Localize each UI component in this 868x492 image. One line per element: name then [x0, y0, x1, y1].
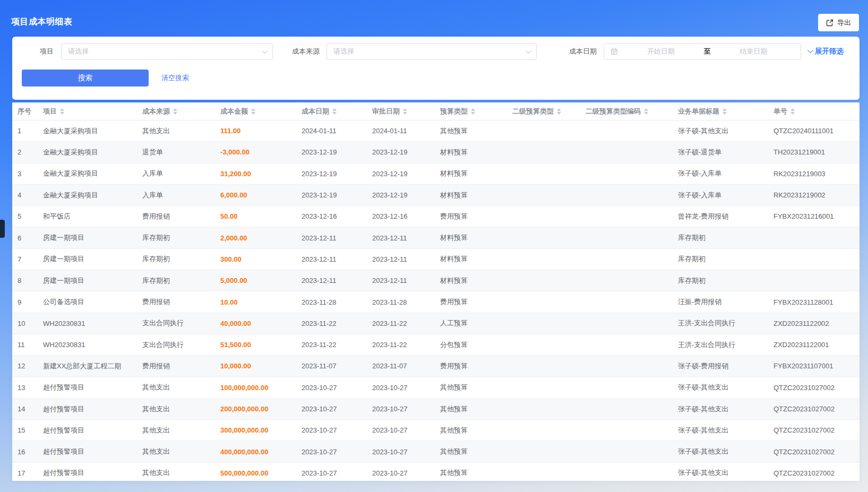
- export-button[interactable]: 导出: [818, 14, 859, 31]
- table-cell: 张子硕-其他支出: [678, 383, 774, 392]
- project-select[interactable]: 请选择: [61, 43, 273, 60]
- table-row[interactable]: 17超付预警项目其他支出500,000,000.002023-10-272023…: [12, 463, 860, 481]
- table-row[interactable]: 9公司备选项目费用报销10.002023-11-282023-11-28费用预算…: [12, 291, 860, 313]
- table-row[interactable]: 15超付预警项目其他支出300,000,000.002023-10-272023…: [12, 420, 860, 441]
- column-header-7[interactable]: 二级预算类型: [512, 107, 586, 116]
- table-row[interactable]: 13超付预警项目其他支出100,000,000.002023-10-272023…: [12, 377, 860, 399]
- table-row[interactable]: 1金融大厦采购项目其他支出111.002024-01-112024-01-11其…: [12, 120, 860, 142]
- table-cell: 入库单: [142, 169, 220, 178]
- table-row[interactable]: 16超付预警项目其他支出400,000,000.002023-10-272023…: [12, 441, 860, 462]
- table-row[interactable]: 5和平饭店费用报销50.002023-12-162023-12-16费用预算曾祥…: [12, 206, 860, 227]
- table-cell: 支出合同执行: [142, 340, 220, 350]
- column-header-4[interactable]: 成本日期: [302, 107, 372, 116]
- sort-icon[interactable]: [723, 108, 727, 115]
- column-header-label: 单号: [774, 107, 787, 116]
- table-cell: QTZC20240111001: [774, 127, 860, 135]
- table-cell: 2023-12-11: [302, 234, 372, 242]
- start-date-input[interactable]: 开始日期: [620, 47, 702, 56]
- table-cell: 张子硕-其他支出: [678, 426, 774, 435]
- sort-icon[interactable]: [332, 108, 337, 115]
- sort-icon[interactable]: [557, 108, 561, 115]
- project-filter-label: 项目: [25, 43, 54, 60]
- table-body: 1金融大厦采购项目其他支出111.002024-01-112024-01-11其…: [12, 120, 860, 481]
- sort-icon[interactable]: [471, 108, 475, 115]
- table-row[interactable]: 3金融大厦采购项目入库单31,200.002023-12-192023-12-1…: [12, 163, 860, 185]
- column-header-2[interactable]: 成本来源: [142, 107, 220, 116]
- cost-source-filter-label: 成本来源: [288, 43, 320, 60]
- table-cell: 2024-01-11: [302, 127, 372, 135]
- cost-source-select[interactable]: 请选择: [326, 43, 537, 60]
- table-cell: WH20230831: [43, 320, 142, 327]
- table-cell: 17: [12, 469, 43, 477]
- cost-amount-cell: 400,000,000.00: [220, 448, 302, 456]
- table-cell: 库存期初: [678, 276, 774, 286]
- table-cell: 2023-12-19: [372, 170, 440, 178]
- table-cell: 张子硕-入库单: [678, 191, 774, 200]
- table-cell: 材料预算: [440, 148, 512, 157]
- table-row[interactable]: 12新建XX总部大厦工程二期费用报销10,000.002023-11-07202…: [12, 356, 860, 377]
- table-cell: 材料预算: [440, 191, 512, 200]
- expand-filters-link[interactable]: 展开筛选: [807, 43, 844, 60]
- clear-search-link[interactable]: 清空搜索: [161, 70, 189, 87]
- table-cell: TH20231219001: [774, 148, 860, 156]
- table-cell: QTZC20231027002: [774, 384, 860, 392]
- table-cell: 5: [12, 212, 43, 220]
- table-cell: 分包预算: [440, 340, 512, 350]
- column-header-8[interactable]: 二级预算类型编码: [586, 107, 678, 116]
- table-cell: 2023-11-22: [372, 320, 440, 327]
- cost-date-range-picker[interactable]: 开始日期 至 结束日期: [604, 43, 801, 60]
- table-row[interactable]: 6房建一期项目库存期初2,000.002023-12-112023-12-11材…: [12, 227, 860, 248]
- table-cell: 张子硕-入库单: [678, 169, 774, 178]
- table-row[interactable]: 11WH20230831支出合同执行51,500.002023-11-22202…: [12, 334, 860, 356]
- cost-amount-cell: 5,000.00: [220, 277, 302, 284]
- table-cell: 张子硕-其他支出: [678, 468, 774, 478]
- column-header-5[interactable]: 审批日期: [372, 107, 440, 116]
- filter-panel: 项目 请选择 成本来源 请选择 成本日期 开始日期 至 结束日期 展开筛选 搜索…: [12, 37, 860, 100]
- table-row[interactable]: 10WH20230831支出合同执行40,000.002023-11-22202…: [12, 313, 860, 334]
- column-header-1[interactable]: 项目: [43, 107, 142, 116]
- column-header-0: 序号: [12, 107, 43, 116]
- sort-icon[interactable]: [60, 108, 64, 115]
- table-cell: 2023-11-22: [372, 341, 440, 349]
- search-button[interactable]: 搜索: [22, 70, 149, 87]
- table-row[interactable]: 4金融大厦采购项目入库单6,000.002023-12-192023-12-19…: [12, 185, 860, 206]
- cost-amount-cell: 300,000,000.00: [220, 426, 302, 434]
- table-cell: 其他预算: [440, 404, 512, 414]
- table-cell: 超付预警项目: [43, 426, 142, 435]
- table-row[interactable]: 7房建一期项目库存期初300.002023-12-112023-12-11材料预…: [12, 249, 860, 270]
- table-cell: 2024-01-11: [372, 127, 440, 135]
- column-header-3[interactable]: 成本金额: [220, 107, 302, 116]
- sort-icon[interactable]: [173, 108, 177, 115]
- column-header-label: 成本来源: [142, 107, 170, 116]
- cost-amount-cell: 10,000.00: [220, 362, 302, 370]
- table-cell: 其他支出: [142, 404, 220, 414]
- table-cell: 2023-12-16: [302, 212, 372, 220]
- table-cell: 超付预警项目: [43, 404, 142, 414]
- table-cell: 房建一期项目: [43, 276, 142, 286]
- column-header-label: 二级预算类型编码: [586, 107, 641, 116]
- table-row[interactable]: 14超付预警项目其他支出200,000,000.002023-10-272023…: [12, 399, 860, 420]
- table-cell: 其他预算: [440, 426, 512, 435]
- table-row[interactable]: 2金融大厦采购项目退货单-3,000.002023-12-192023-12-1…: [12, 142, 860, 163]
- table-cell: 2023-10-27: [302, 405, 372, 413]
- table-cell: 库存期初: [142, 254, 220, 264]
- table-cell: 张子硕-费用报销: [678, 361, 774, 371]
- sort-icon[interactable]: [251, 108, 255, 115]
- table-cell: 人工预算: [440, 318, 512, 328]
- table-row[interactable]: 8房建一期项目库存期初5,000.002023-12-112023-12-11材…: [12, 270, 860, 291]
- cost-amount-cell: 300.00: [220, 255, 302, 263]
- column-header-10[interactable]: 单号: [774, 107, 860, 116]
- sort-icon[interactable]: [403, 108, 407, 115]
- side-drawer-handle[interactable]: [0, 220, 5, 238]
- cost-amount-cell: 200,000,000.00: [220, 405, 302, 413]
- column-header-label: 预算类型: [440, 107, 468, 116]
- sort-icon[interactable]: [644, 108, 648, 115]
- table-cell: 其他预算: [440, 383, 512, 392]
- column-header-9[interactable]: 业务单据标题: [678, 107, 774, 116]
- cost-amount-cell: 6,000.00: [220, 191, 302, 199]
- end-date-input[interactable]: 结束日期: [713, 47, 795, 56]
- date-range-separator: 至: [702, 47, 713, 56]
- sort-icon[interactable]: [790, 108, 795, 115]
- table-cell: 费用报销: [142, 361, 220, 371]
- column-header-6[interactable]: 预算类型: [440, 107, 512, 116]
